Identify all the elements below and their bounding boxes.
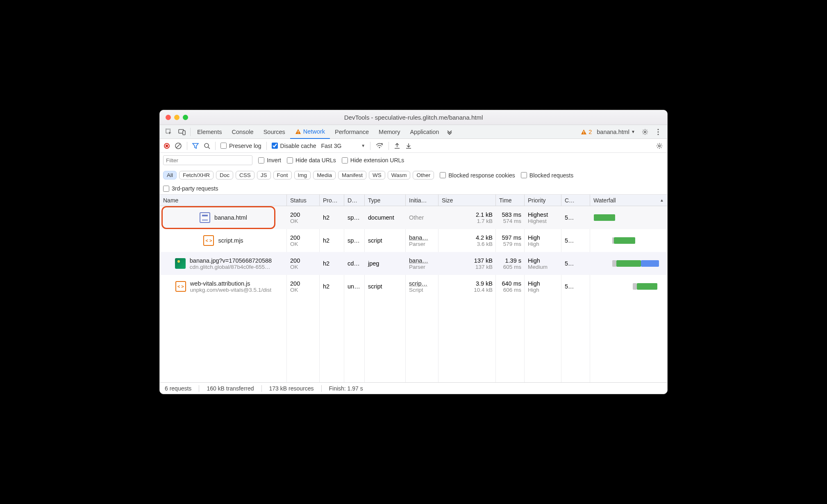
record-button[interactable]	[164, 143, 170, 149]
table-row[interactable]: banana.jpg?v=1705668720588cdn.glitch.glo…	[160, 252, 667, 275]
minimize-icon[interactable]	[174, 115, 179, 120]
titlebar: DevTools - speculative-rules.glitch.me/b…	[160, 110, 667, 125]
filter-input[interactable]	[163, 155, 252, 165]
svg-rect-6	[584, 133, 584, 134]
col-waterfall[interactable]: Waterfall▲	[590, 195, 667, 206]
svg-point-7	[644, 131, 646, 132]
search-icon[interactable]	[204, 143, 210, 149]
tab-elements[interactable]: Elements	[192, 125, 227, 139]
col-priority[interactable]: Priority	[525, 195, 561, 206]
col-conn[interactable]: C…	[561, 195, 590, 206]
table-row[interactable]: banana.html200OKh2sp…documentOther2.1 kB…	[160, 206, 667, 229]
hide-ext-checkbox[interactable]: Hide extension URLs	[342, 157, 404, 163]
svg-point-10	[657, 134, 659, 135]
warnings-badge[interactable]: 2	[581, 129, 592, 135]
col-name[interactable]: Name	[160, 195, 287, 206]
column-headers: Name Status Pro… D… Type Initia… Size Ti…	[160, 195, 667, 206]
filter-pill-fetchxhr[interactable]: Fetch/XHR	[179, 171, 214, 179]
svg-point-13	[204, 143, 209, 148]
blocked-requests-checkbox[interactable]: Blocked requests	[521, 172, 573, 179]
throttling-select[interactable]: Fast 3G ▼	[321, 143, 366, 149]
col-size[interactable]: Size	[438, 195, 496, 206]
col-protocol[interactable]: Pro…	[320, 195, 344, 206]
separator	[190, 128, 191, 136]
close-icon[interactable]	[166, 115, 171, 120]
tab-memory[interactable]: Memory	[374, 125, 405, 139]
filter-bar: Invert Hide data URLs Hide extension URL…	[160, 153, 667, 195]
filter-pill-all[interactable]: All	[163, 171, 177, 179]
script-icon: < >	[203, 235, 214, 246]
svg-point-16	[659, 145, 660, 146]
table-row[interactable]: < >web-vitals.attribution.jsunpkg.com/we…	[160, 275, 667, 298]
warn-count: 2	[588, 129, 592, 135]
tab-sources[interactable]: Sources	[259, 125, 290, 139]
invert-checkbox[interactable]: Invert	[258, 157, 281, 163]
filter-pill-other[interactable]: Other	[413, 171, 434, 179]
status-finish: Finish: 1.97 s	[329, 385, 363, 392]
separator	[389, 142, 389, 150]
col-domain[interactable]: D…	[344, 195, 365, 206]
col-time[interactable]: Time	[496, 195, 525, 206]
status-requests: 6 requests	[165, 385, 191, 392]
col-initiator[interactable]: Initia…	[406, 195, 438, 206]
hide-data-checkbox[interactable]: Hide data URLs	[287, 157, 336, 163]
target-selector[interactable]: banana.html ▼	[597, 129, 635, 135]
status-resources: 173 kB resources	[269, 385, 314, 392]
kebab-icon[interactable]	[654, 128, 662, 136]
separator	[266, 142, 267, 150]
filter-pill-manifest[interactable]: Manifest	[338, 171, 366, 179]
script-icon: < >	[175, 281, 186, 292]
wifi-icon[interactable]	[375, 143, 384, 149]
svg-point-15	[379, 147, 380, 148]
tab-application[interactable]: Application	[405, 125, 444, 139]
svg-rect-5	[584, 131, 584, 133]
filter-pill-js[interactable]: JS	[257, 171, 271, 179]
device-icon[interactable]	[178, 128, 186, 136]
network-toolbar: Preserve log Disable cache Fast 3G ▼	[160, 139, 667, 153]
clear-button[interactable]	[175, 142, 182, 150]
tab-network[interactable]: Network	[290, 125, 330, 139]
svg-point-9	[657, 131, 659, 132]
filter-pill-font[interactable]: Font	[273, 171, 292, 179]
disable-cache-checkbox[interactable]: Disable cache	[272, 143, 316, 149]
filter-pill-doc[interactable]: Doc	[216, 171, 233, 179]
svg-rect-2	[183, 131, 185, 135]
filter-pill-media[interactable]: Media	[313, 171, 336, 179]
separator	[215, 142, 216, 150]
blocked-cookies-checkbox[interactable]: Blocked response cookies	[440, 172, 515, 179]
image-icon	[175, 258, 186, 269]
filter-icon[interactable]	[192, 143, 199, 149]
svg-rect-4	[298, 133, 299, 134]
main-tabs: ElementsConsoleSourcesNetworkPerformance…	[160, 125, 667, 139]
download-icon[interactable]	[405, 143, 412, 149]
svg-line-12	[176, 144, 180, 148]
devtools-window: DevTools - speculative-rules.glitch.me/b…	[159, 110, 668, 394]
svg-line-14	[208, 147, 210, 149]
upload-icon[interactable]	[394, 143, 400, 149]
separator	[370, 142, 370, 150]
status-bar: 6 requests 160 kB transferred 173 kB res…	[160, 382, 667, 394]
table-row[interactable]: < >script.mjs200OKh2sp…scriptbana…Parser…	[160, 229, 667, 252]
preserve-log-checkbox[interactable]: Preserve log	[220, 143, 261, 149]
status-transferred: 160 kB transferred	[207, 385, 254, 392]
window-title: DevTools - speculative-rules.glitch.me/b…	[165, 114, 662, 121]
tab-console[interactable]: Console	[227, 125, 258, 139]
document-icon	[200, 212, 210, 223]
svg-point-8	[657, 129, 659, 130]
settings-icon[interactable]	[656, 142, 663, 150]
zoom-icon[interactable]	[183, 115, 188, 120]
filter-pill-img[interactable]: Img	[294, 171, 311, 179]
request-table: banana.html200OKh2sp…documentOther2.1 kB…	[160, 206, 667, 382]
tab-performance[interactable]: Performance	[330, 125, 374, 139]
gear-icon[interactable]	[641, 128, 649, 136]
inspect-icon[interactable]	[165, 128, 173, 136]
filter-pill-ws[interactable]: WS	[369, 171, 385, 179]
filter-pill-wasm[interactable]: Wasm	[388, 171, 411, 179]
separator	[187, 142, 187, 150]
more-tabs-icon[interactable]	[445, 128, 454, 136]
col-type[interactable]: Type	[365, 195, 406, 206]
col-status[interactable]: Status	[287, 195, 320, 206]
filter-pill-css[interactable]: CSS	[236, 171, 254, 179]
thirdparty-checkbox[interactable]: 3rd-party requests	[163, 185, 218, 192]
svg-rect-3	[298, 131, 299, 132]
